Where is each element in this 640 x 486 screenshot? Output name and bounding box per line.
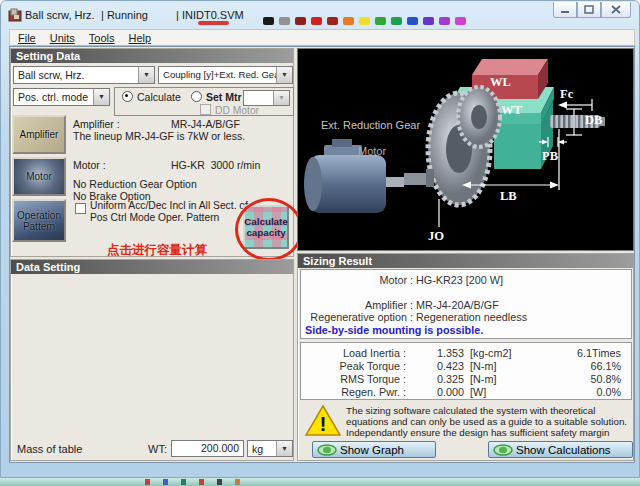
metric-row: Peak Torque : 0.423 [N-m] 66.1% [301, 359, 631, 372]
uniform-accdec-label-line2: Pos Ctrl Mode Oper. Pattern [90, 212, 219, 223]
radio-calculate-icon[interactable] [122, 91, 133, 102]
show-graph-button[interactable]: Show Graph [312, 441, 436, 458]
chevron-down-icon[interactable]: ▼ [276, 67, 292, 83]
diagram-jo-label: JO [428, 229, 444, 244]
capacity-mode-group: Calculate Set Mtr ▼ DD Motor [114, 87, 294, 116]
maximize-icon [584, 5, 594, 14]
calculate-capacity-button[interactable]: Calculate capacity [243, 205, 289, 249]
amplifier-button-label: Amplifier [20, 129, 59, 140]
close-button[interactable] [601, 2, 631, 18]
metric-label: RMS Torque : [301, 373, 406, 385]
warning-line1: The sizing software calculated the syste… [346, 405, 595, 416]
application-window: Ball scrw, Hrz. | Running | INIDT0.SVM F… [0, 0, 640, 478]
show-calculations-button[interactable]: Show Calculations [488, 441, 633, 458]
unit-select[interactable]: kg ▼ [247, 440, 293, 457]
motor-label: Motor : [73, 159, 106, 171]
metric-label: Regen. Pwr. : [301, 386, 406, 398]
amplifier-button[interactable]: Amplifier [12, 115, 66, 154]
chevron-down-icon[interactable]: ▼ [276, 441, 292, 456]
diagram-wl-label: WL [490, 75, 511, 90]
amplifier-note: The lineup MR-J4-GF is 7kW or less. [73, 130, 245, 142]
warning-line2: equations and can only be used as a guid… [346, 416, 627, 427]
machine-diagram-art [298, 49, 633, 250]
data-setting-panel: Data Setting Mass of table WT 200.000 kg… [10, 259, 294, 461]
metric-row: Regen. Pwr. : 0.000 [W] 0.0% [301, 385, 631, 398]
dd-motor-label: DD Motor [215, 105, 259, 116]
control-mode-value: Pos. ctrl. mode [18, 91, 88, 103]
metric-value: 0.325 [406, 373, 464, 385]
chevron-down-icon: ▼ [273, 91, 289, 105]
uniform-accdec-checkbox[interactable] [75, 203, 90, 215]
coupling-select[interactable]: Coupling [y]+Ext. Red. Gear [y] ▼ [158, 66, 293, 84]
metric-unit: [N-m] [464, 360, 542, 372]
edit-row-symbol: WT: [148, 443, 167, 455]
chevron-down-icon[interactable]: ▼ [138, 67, 154, 83]
metric-value: 0.000 [406, 386, 464, 398]
diagram-wt-label: WT [501, 103, 522, 118]
minimize-button[interactable] [553, 2, 577, 18]
sizing-result-header: Sizing Result [298, 254, 633, 268]
window-title-file: | INIDT0.SVM [176, 9, 244, 21]
maximize-button[interactable] [577, 2, 601, 18]
result-motor-value: HG-KR23 [200 W] [416, 274, 503, 286]
taskbar-sliver [0, 478, 640, 486]
app-icon [8, 8, 22, 22]
operation-pattern-button-label: Operation Pattern [14, 210, 64, 232]
dd-motor-checkbox-icon [200, 104, 211, 115]
warning-line3: Independantly ensure the design has suff… [346, 427, 609, 438]
metric-label: Load Inertia : [301, 347, 406, 359]
unit-value: kg [252, 443, 263, 455]
annotation-underline [198, 21, 229, 25]
menu-help[interactable]: Help [128, 32, 151, 44]
mechanism-select[interactable]: Ball scrw, Hrz. ▼ [13, 66, 155, 84]
coupling-value: Coupling [y]+Ext. Red. Gear [y] [163, 69, 293, 80]
motor-value: HG-KR 3000 r/min [171, 159, 260, 171]
sizing-metrics-box: Load Inertia : 1.353 [kg-cm2] 6.1Times P… [300, 342, 632, 400]
sizing-result-panel: Sizing Result Motor : HG-KR23 [200 W] Am… [297, 253, 634, 461]
machine-diagram: Ext. Reduction Gear Motor WL WT Fc DB PB… [297, 48, 634, 251]
dd-motor-checkbox: DD Motor [200, 104, 259, 116]
metric-value: 0.423 [406, 360, 464, 372]
motor-note-reduction: No Reduction Gear Option [73, 178, 197, 190]
uniform-accdec-label-line1: Uniform Acc/Dec Incl in All Sect. of [90, 200, 248, 211]
metric-row: Load Inertia : 1.353 [kg-cm2] 6.1Times [301, 346, 631, 359]
mass-of-table-input[interactable]: 200.000 [171, 440, 244, 457]
radio-calculate-label: Calculate [137, 91, 181, 103]
menu-tools[interactable]: Tools [89, 32, 115, 44]
diagram-pb-label: PB [542, 149, 558, 164]
metric-unit: [W] [464, 386, 542, 398]
sizing-summary-box: Motor : HG-KR23 [200 W] Amplifier : MR-J… [300, 269, 632, 339]
control-mode-select[interactable]: Pos. ctrl. mode ▼ [13, 88, 110, 106]
diagram-motor-label: Motor [358, 145, 386, 157]
show-calculations-label: Show Calculations [516, 444, 611, 456]
metric-ratio: 50.8% [542, 373, 631, 385]
minimize-icon [560, 6, 570, 14]
metric-row: RMS Torque : 0.325 [N-m] 50.8% [301, 372, 631, 385]
annotation-hint-text: 点击进行容量计算 [107, 242, 207, 259]
diagram-lb-label: LB [500, 189, 517, 204]
result-regen-label: Regenerative option : [301, 311, 413, 323]
close-icon [611, 5, 621, 14]
radio-set-mtr[interactable]: Set Mtr [191, 91, 242, 103]
menu-file[interactable]: File [18, 32, 36, 44]
menu-bar: File Units Tools Help [9, 29, 635, 46]
annotation-color-palette [263, 17, 471, 25]
show-graph-label: Show Graph [340, 444, 404, 456]
chevron-down-icon[interactable]: ▼ [93, 89, 109, 105]
menu-units[interactable]: Units [50, 32, 75, 44]
result-motor-label: Motor : [301, 274, 413, 286]
radio-calculate[interactable]: Calculate [122, 91, 181, 103]
mechanism-value: Ball scrw, Hrz. [18, 69, 85, 81]
motor-button[interactable]: Motor [12, 157, 66, 196]
amplifier-label: Amplifier : [73, 118, 120, 130]
operation-pattern-button[interactable]: Operation Pattern [12, 199, 66, 242]
edit-row-label: Mass of table [17, 443, 82, 455]
diagram-ext-gear-label: Ext. Reduction Gear [321, 119, 420, 131]
calculate-capacity-line2: capacity [246, 227, 285, 238]
metric-unit: [kg-cm2] [464, 347, 542, 359]
window-title-status: | Running [101, 9, 148, 21]
uniform-accdec-checkbox-icon[interactable] [75, 203, 86, 214]
metric-ratio: 0.0% [542, 386, 631, 398]
radio-set-mtr-icon[interactable] [191, 91, 202, 102]
title-bar[interactable]: Ball scrw, Hrz. | Running | INIDT0.SVM [1, 1, 640, 29]
